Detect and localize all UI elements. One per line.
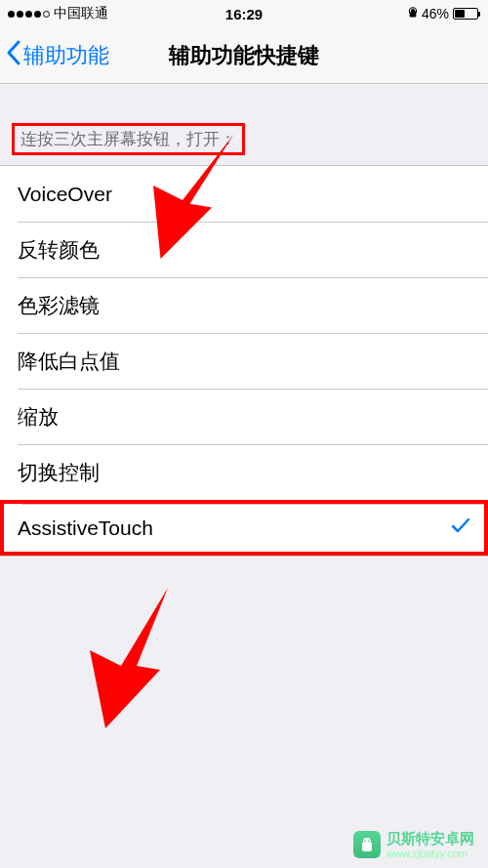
option-label: 切换控制	[18, 459, 100, 486]
status-right: 46%	[408, 6, 480, 21]
orientation-lock-icon	[408, 6, 418, 21]
battery-icon	[453, 8, 480, 20]
battery-percentage: 46%	[422, 6, 449, 21]
status-bar: 中国联通 16:29 46%	[0, 0, 488, 27]
signal-strength-icon	[8, 11, 50, 18]
option-zoom[interactable]: 缩放	[0, 389, 488, 444]
option-assistivetouch[interactable]: AssistiveTouch	[0, 500, 488, 556]
checkmark-icon	[451, 517, 470, 540]
section-header-text: 连按三次主屏幕按钮，打开：	[12, 123, 245, 155]
option-label: 降低白点值	[18, 348, 120, 375]
option-color-filters[interactable]: 色彩滤镜	[0, 277, 488, 333]
svg-point-3	[364, 841, 366, 843]
watermark-title: 贝斯特安卓网	[386, 830, 474, 847]
navigation-bar: 辅助功能 辅助功能快捷键	[0, 27, 488, 84]
page-title: 辅助功能快捷键	[169, 41, 319, 70]
back-button[interactable]: 辅助功能	[0, 40, 109, 71]
option-voiceover[interactable]: VoiceOver	[0, 166, 488, 222]
option-switch-control[interactable]: 切换控制	[0, 444, 488, 500]
svg-marker-2	[90, 588, 168, 728]
option-label: AssistiveTouch	[18, 517, 153, 540]
annotation-arrow-bottom	[74, 575, 230, 741]
watermark-logo-icon	[353, 831, 381, 858]
chevron-left-icon	[6, 40, 21, 71]
option-label: 缩放	[18, 403, 59, 431]
options-list: VoiceOver 反转颜色 色彩滤镜 降低白点值 缩放 切换控制 Assist…	[0, 165, 488, 557]
option-label: 反转颜色	[18, 236, 100, 264]
section-header: 连按三次主屏幕按钮，打开：	[0, 105, 488, 165]
watermark-url: www.zjbstyy.com	[386, 847, 474, 860]
watermark: 贝斯特安卓网 www.zjbstyy.com	[353, 830, 474, 860]
option-reduce-white-point[interactable]: 降低白点值	[0, 333, 488, 389]
svg-point-4	[368, 841, 370, 843]
option-label: VoiceOver	[18, 183, 112, 206]
option-invert-colors[interactable]: 反转颜色	[0, 222, 488, 277]
option-label: 色彩滤镜	[18, 292, 100, 319]
carrier-label: 中国联通	[54, 5, 108, 22]
battery-fill	[455, 10, 465, 18]
status-left: 中国联通	[8, 5, 108, 22]
back-label: 辅助功能	[23, 41, 109, 70]
watermark-text: 贝斯特安卓网 www.zjbstyy.com	[386, 830, 474, 860]
status-time: 16:29	[225, 6, 263, 22]
